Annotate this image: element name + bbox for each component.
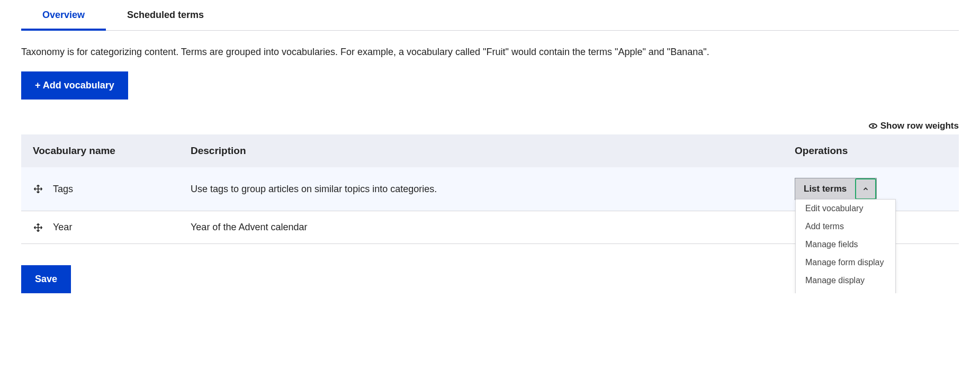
vocab-description: Use tags to group articles on similar to… <box>180 167 784 211</box>
eye-icon <box>869 123 877 129</box>
dropdown-item-manage-permissions[interactable]: Manage permissions <box>796 290 895 293</box>
operations-dropdown-button[interactable]: List terms Edit vocabulary Add terms Man… <box>795 178 877 200</box>
dropdown-item-manage-display[interactable]: Manage display <box>796 272 895 290</box>
intro-text: Taxonomy is for categorizing content. Te… <box>21 47 959 58</box>
dropdown-item-add-terms[interactable]: Add terms <box>796 218 895 236</box>
tab-scheduled-terms[interactable]: Scheduled terms <box>106 0 225 30</box>
vocab-description: Year of the Advent calendar <box>180 211 784 244</box>
vocab-name: Tags <box>53 184 73 195</box>
add-vocabulary-button[interactable]: + Add vocabulary <box>21 71 128 100</box>
operations-dropdown-menu: Edit vocabulary Add terms Manage fields … <box>795 199 896 293</box>
show-row-weights-label: Show row weights <box>880 121 959 131</box>
col-header-operations: Operations <box>784 134 959 167</box>
col-header-name: Vocabulary name <box>21 134 180 167</box>
save-button[interactable]: Save <box>21 265 71 293</box>
dropdown-item-manage-fields[interactable]: Manage fields <box>796 236 895 254</box>
tabs: Overview Scheduled terms <box>21 0 959 31</box>
drag-handle-icon[interactable] <box>33 184 43 194</box>
table-row: Tags Use tags to group articles on simil… <box>21 167 959 211</box>
col-header-description: Description <box>180 134 784 167</box>
vocab-name: Year <box>53 222 72 233</box>
vocabulary-table: Vocabulary name Description Operations T… <box>21 134 959 244</box>
operations-label: List terms <box>795 178 855 200</box>
chevron-up-icon[interactable] <box>855 178 876 200</box>
dropdown-item-manage-form-display[interactable]: Manage form display <box>796 254 895 272</box>
dropdown-item-edit-vocabulary[interactable]: Edit vocabulary <box>796 200 895 218</box>
tab-overview[interactable]: Overview <box>21 0 106 30</box>
drag-handle-icon[interactable] <box>33 222 43 233</box>
show-row-weights-link[interactable]: Show row weights <box>869 121 959 131</box>
